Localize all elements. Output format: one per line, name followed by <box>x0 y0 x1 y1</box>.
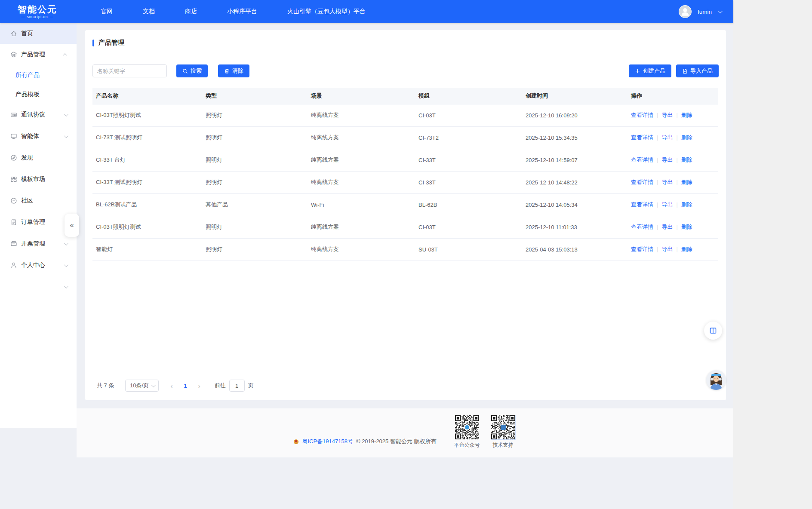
sidebar-item-label: 首页 <box>21 30 33 37</box>
service-girl-icon <box>706 370 726 390</box>
qr-code-support <box>491 415 515 439</box>
view-detail-link[interactable]: 查看详情 <box>631 156 653 163</box>
user-menu[interactable]: lumin <box>679 5 721 18</box>
nav-link-0[interactable]: 官网 <box>101 8 113 15</box>
nav-link-1[interactable]: 文档 <box>143 8 155 15</box>
action-separator: | <box>657 224 658 230</box>
cell-product-name: CI-03T照明灯测试 <box>92 104 202 126</box>
action-separator: | <box>676 156 677 163</box>
export-link[interactable]: 导出 <box>661 134 673 141</box>
sidebar-item-label: 通讯协议 <box>21 111 45 119</box>
export-link[interactable]: 导出 <box>661 201 673 208</box>
export-link[interactable]: 导出 <box>661 224 673 230</box>
cell-actions: 查看详情|导出|删除 <box>627 149 718 171</box>
username-label: lumin <box>698 9 712 15</box>
cell-actions: 查看详情|导出|删除 <box>627 171 718 193</box>
brand-title: 智能公元 <box>14 5 61 14</box>
sidebar-item-discover[interactable]: 发现 <box>0 147 77 169</box>
brand-subtitle: — smartpi.cn — <box>14 15 61 19</box>
search-input[interactable] <box>92 64 167 77</box>
customer-service-avatar[interactable] <box>706 370 726 390</box>
export-link[interactable]: 导出 <box>661 246 673 252</box>
docs-float-button[interactable] <box>704 322 722 340</box>
sidebar-item-more[interactable] <box>0 276 77 297</box>
icp-link[interactable]: 粤ICP备19147158号 <box>302 438 353 445</box>
qr-center-logo-icon <box>501 425 506 430</box>
qr-official-account: 平台公众号 <box>454 408 480 457</box>
sidebar-item-label: 开票管理 <box>21 240 45 248</box>
delete-link[interactable]: 删除 <box>681 179 692 185</box>
page-number-1[interactable]: 1 <box>184 383 187 389</box>
chevron-down-icon <box>64 112 68 117</box>
goto-page-input[interactable] <box>229 380 245 392</box>
page-title: 产品管理 <box>98 39 124 47</box>
export-link[interactable]: 导出 <box>661 179 673 185</box>
sidebar-item-invoice-management[interactable]: 开票管理 <box>0 233 77 254</box>
table-row: BL-62B测试产品 其他产品 Wi-Fi BL-62B 2025-12-10 … <box>92 193 718 216</box>
sidebar-item-product-management[interactable]: 产品管理 <box>0 44 77 65</box>
export-link[interactable]: 导出 <box>661 156 673 163</box>
page-footer: 粤ICP备19147158号 © 2019-2025 智能公元 版权所有 平台公… <box>77 408 733 457</box>
qr-code-official <box>455 415 479 439</box>
cell-module: CI-03T <box>415 104 522 126</box>
search-button[interactable]: 搜索 <box>176 64 208 77</box>
sidebar-collapse-button[interactable]: « <box>65 214 79 237</box>
view-detail-link[interactable]: 查看详情 <box>631 224 653 230</box>
sidebar-item-product-templates[interactable]: 产品模板 <box>0 85 77 104</box>
cell-created-time: 2025-12-10 15:34:35 <box>522 126 627 149</box>
table-row: CI-33T 测试照明灯 照明灯 纯离线方案 CI-33T 2025-12-10… <box>92 171 718 193</box>
action-separator: | <box>676 112 677 118</box>
cell-actions: 查看详情|导出|删除 <box>627 104 718 126</box>
toolbar: 搜索 清除 创建产品 导入产品 <box>92 64 719 77</box>
delete-link[interactable]: 删除 <box>681 112 692 118</box>
delete-link[interactable]: 删除 <box>681 224 692 230</box>
cell-actions: 查看详情|导出|删除 <box>627 193 718 216</box>
view-detail-link[interactable]: 查看详情 <box>631 246 653 252</box>
export-link[interactable]: 导出 <box>661 112 673 118</box>
cell-scene: 纯离线方案 <box>308 216 415 238</box>
clear-button[interactable]: 清除 <box>218 64 249 77</box>
next-page-button[interactable]: › <box>198 382 200 389</box>
nav-link-4[interactable]: 火山引擎（豆包大模型）平台 <box>287 8 366 15</box>
delete-link[interactable]: 删除 <box>681 134 692 141</box>
cell-created-time: 2025-12-10 16:09:20 <box>522 104 627 126</box>
create-product-button[interactable]: 创建产品 <box>629 64 671 77</box>
title-accent-bar <box>92 40 94 46</box>
sidebar-item-home[interactable]: 首页 <box>0 23 77 44</box>
sidebar-item-label: 产品模板 <box>15 91 40 98</box>
cell-scene: 纯离线方案 <box>308 149 415 171</box>
sidebar-item-communication-protocol[interactable]: 通讯协议 <box>0 104 77 126</box>
action-separator: | <box>657 201 658 208</box>
delete-link[interactable]: 删除 <box>681 156 692 163</box>
sidebar-item-template-market[interactable]: 模板市场 <box>0 169 77 190</box>
sidebar-item-personal-center[interactable]: 个人中心 <box>0 254 77 276</box>
nav-link-3[interactable]: 小程序平台 <box>227 8 257 15</box>
delete-link[interactable]: 删除 <box>681 201 692 208</box>
cell-type: 照明灯 <box>202 216 308 238</box>
page-size-select[interactable]: 10条/页 <box>125 380 159 392</box>
sidebar-item-community[interactable]: 社区 <box>0 190 77 212</box>
table-row: CI-73T 测试照明灯 照明灯 纯离线方案 CI-73T2 2025-12-1… <box>92 126 718 149</box>
action-separator: | <box>657 179 658 185</box>
view-detail-link[interactable]: 查看详情 <box>631 134 653 141</box>
sidebar-item-agent[interactable]: 智能体 <box>0 126 77 147</box>
view-detail-link[interactable]: 查看详情 <box>631 112 653 118</box>
sidebar-item-label: 产品管理 <box>21 51 45 58</box>
product-table: 产品名称类型场景模组创建时间操作 CI-03T照明灯测试 照明灯 纯离线方案 C… <box>92 88 718 261</box>
nav-link-2[interactable]: 商店 <box>185 8 197 15</box>
sidebar-item-all-products[interactable]: 所有产品 <box>0 65 77 85</box>
clear-button-label: 清除 <box>232 67 243 75</box>
table-row: 智能灯 照明灯 纯离线方案 SU-03T 2025-04-03 15:03:13… <box>92 238 718 261</box>
top-navbar: 智能公元 — smartpi.cn — 官网文档商店小程序平台火山引擎（豆包大模… <box>0 0 733 23</box>
prev-page-button[interactable]: ‹ <box>170 382 172 389</box>
cell-module: CI-03T <box>415 216 522 238</box>
cell-type: 照明灯 <box>202 104 308 126</box>
view-detail-link[interactable]: 查看详情 <box>631 179 653 185</box>
brand-logo[interactable]: 智能公元 — smartpi.cn — <box>14 5 61 19</box>
cell-product-name: CI-33T 测试照明灯 <box>92 171 202 193</box>
monitor-icon <box>10 133 17 140</box>
table-row: CI-03T照明灯测试 照明灯 纯离线方案 CI-03T 2025-12-10 … <box>92 104 718 126</box>
import-product-button[interactable]: 导入产品 <box>676 64 719 77</box>
view-detail-link[interactable]: 查看详情 <box>631 201 653 208</box>
delete-link[interactable]: 删除 <box>681 246 692 252</box>
